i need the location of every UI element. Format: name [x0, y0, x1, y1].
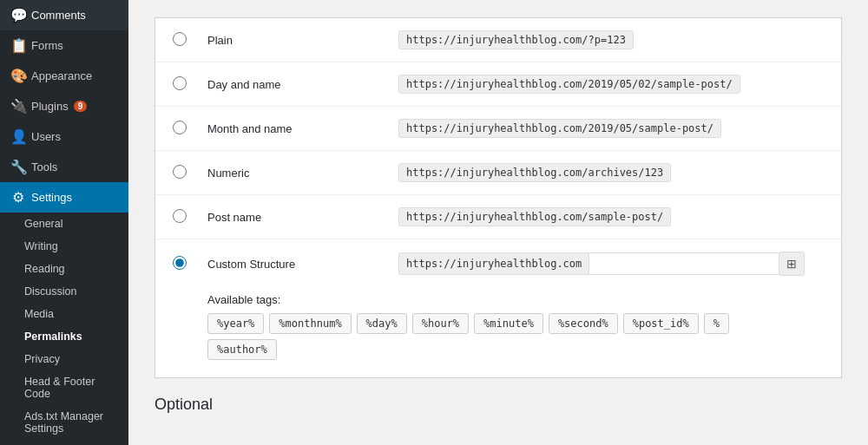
submenu-writing[interactable]: Writing	[0, 235, 128, 258]
custom-prefix: https://injuryhealthblog.com	[398, 252, 589, 275]
submenu-ads-txt[interactable]: Ads.txt Manager Settings	[0, 405, 128, 440]
plugins-badge: 9	[74, 101, 88, 112]
available-tags-label: Available tags:	[207, 293, 824, 306]
tag-second[interactable]: %second%	[549, 313, 618, 334]
url-code-plain: https://injuryhealthblog.com/?p=123	[398, 30, 634, 49]
url-numeric: https://injuryhealthblog.com/archives/12…	[398, 163, 824, 182]
url-code-day: https://injuryhealthblog.com/2019/05/02/…	[398, 75, 740, 94]
tags-row-2: %author%	[207, 339, 824, 360]
submenu-updraft[interactable]: UpdraftPlus Backups	[0, 440, 128, 445]
appearance-icon: 🎨	[10, 68, 26, 84]
sidebar-item-users[interactable]: 👤 Users	[0, 121, 128, 152]
label-numeric: Numeric	[207, 167, 381, 180]
optional-section-label: Optional	[155, 396, 842, 414]
custom-row-top: Custom Structure https://injuryhealthblo…	[173, 252, 824, 276]
permalink-row-plain: Plain https://injuryhealthblog.com/?p=12…	[155, 18, 841, 62]
custom-structure-icon-button[interactable]: ⊞	[779, 252, 805, 276]
label-month: Month and name	[207, 122, 381, 135]
submenu-head-footer[interactable]: Head & Footer Code	[0, 370, 128, 405]
tag-monthnum[interactable]: %monthnum%	[269, 313, 351, 334]
sidebar-item-comments[interactable]: 💬 Comments	[0, 0, 128, 30]
label-day: Day and name	[207, 78, 381, 91]
submenu-permalinks[interactable]: Permalinks	[0, 325, 128, 348]
permalink-row-postname: Post name https://injuryhealthblog.com/s…	[155, 195, 841, 239]
permalink-options-table: Plain https://injuryhealthblog.com/?p=12…	[155, 17, 842, 378]
tag-minute[interactable]: %minute%	[474, 313, 543, 334]
url-code-numeric: https://injuryhealthblog.com/archives/12…	[398, 163, 671, 182]
radio-month[interactable]	[173, 121, 187, 134]
tag-post-id[interactable]: %post_id%	[623, 313, 699, 334]
sidebar-item-appearance[interactable]: 🎨 Appearance	[0, 61, 128, 91]
url-code-postname: https://injuryhealthblog.com/sample-post…	[398, 207, 671, 226]
radio-custom[interactable]	[173, 256, 187, 270]
sidebar-item-label: Forms	[31, 39, 63, 52]
tools-icon: 🔧	[10, 159, 26, 175]
plugins-icon: 🔌	[10, 98, 26, 115]
url-postname: https://injuryhealthblog.com/sample-post…	[398, 207, 824, 226]
permalink-row-day: Day and name https://injuryhealthblog.co…	[155, 62, 841, 107]
sidebar-item-plugins[interactable]: 🔌 Plugins 9	[0, 91, 128, 121]
tag-day[interactable]: %day%	[357, 313, 407, 334]
url-month: https://injuryhealthblog.com/2019/05/sam…	[398, 119, 824, 138]
sidebar-item-forms[interactable]: 📋 Forms	[0, 30, 128, 61]
label-custom: Custom Structure	[207, 258, 381, 271]
settings-icon: ⚙	[10, 189, 26, 206]
submenu-media[interactable]: Media	[0, 303, 128, 325]
submenu-reading[interactable]: Reading	[0, 258, 128, 280]
label-plain: Plain	[207, 34, 381, 47]
tag-hour[interactable]: %hour%	[412, 313, 469, 334]
comments-icon: 💬	[10, 7, 26, 23]
users-icon: 👤	[10, 128, 26, 145]
custom-structure-input[interactable]	[589, 252, 779, 275]
sidebar-item-settings[interactable]: ⚙ Settings	[0, 182, 128, 213]
label-postname: Post name	[207, 211, 381, 224]
permalink-row-numeric: Numeric https://injuryhealthblog.com/arc…	[155, 151, 841, 195]
permalink-row-custom: Custom Structure https://injuryhealthblo…	[155, 239, 841, 377]
sidebar-item-label: Appearance	[31, 69, 92, 82]
tag-year[interactable]: %year%	[207, 313, 264, 334]
submenu-discussion[interactable]: Discussion	[0, 280, 128, 303]
permalink-row-month: Month and name https://injuryhealthblog.…	[155, 107, 841, 151]
forms-icon: 📋	[10, 37, 26, 54]
sidebar-item-label: Tools	[31, 160, 57, 173]
custom-input-group: https://injuryhealthblog.com ⊞	[398, 252, 805, 276]
tags-row-1: %year% %monthnum% %day% %hour% %minute% …	[207, 313, 824, 334]
url-plain: https://injuryhealthblog.com/?p=123	[398, 30, 824, 49]
submenu-privacy[interactable]: Privacy	[0, 348, 128, 370]
tag-author[interactable]: %author%	[207, 339, 277, 360]
radio-day[interactable]	[173, 76, 187, 90]
url-day: https://injuryhealthblog.com/2019/05/02/…	[398, 75, 824, 94]
sidebar-item-label: Settings	[31, 191, 72, 204]
sidebar-item-tools[interactable]: 🔧 Tools	[0, 152, 128, 182]
radio-plain[interactable]	[173, 32, 187, 46]
sidebar-item-label: Plugins	[31, 100, 69, 113]
sidebar-item-label: Users	[31, 130, 61, 143]
sidebar-item-label: Comments	[31, 9, 86, 22]
submenu-general[interactable]: General	[0, 213, 128, 235]
tag-more[interactable]: %	[704, 313, 729, 334]
radio-postname[interactable]	[173, 209, 187, 223]
main-content: Plain https://injuryhealthblog.com/?p=12…	[128, 0, 868, 445]
radio-numeric[interactable]	[173, 165, 187, 179]
available-tags-section: Available tags: %year% %monthnum% %day% …	[173, 293, 824, 365]
url-code-month: https://injuryhealthblog.com/2019/05/sam…	[398, 119, 721, 138]
sidebar: 💬 Comments 📋 Forms 🎨 Appearance 🔌 Plugin…	[0, 0, 128, 445]
